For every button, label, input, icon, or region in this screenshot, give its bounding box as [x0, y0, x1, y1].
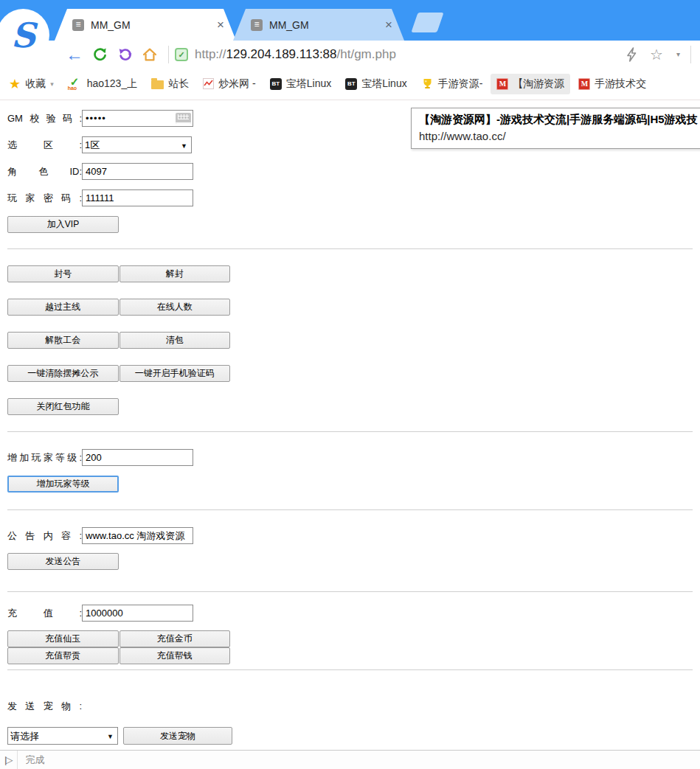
- site-security-shield-icon[interactable]: ✓: [175, 48, 188, 61]
- page-favicon-icon: [251, 19, 263, 31]
- section-divider: [7, 669, 693, 670]
- m-logo-icon: M: [578, 78, 590, 90]
- recharge-gold-button[interactable]: 充值金币: [119, 630, 231, 647]
- add-level-input[interactable]: [82, 449, 193, 466]
- recharge-banggong-button[interactable]: 充值帮贡: [7, 647, 119, 664]
- bt-icon: BT: [345, 78, 357, 90]
- bookmark-label: 手游资源-: [438, 77, 483, 91]
- onekey-row: 一键清除摆摊公示 一键开启手机验证码: [7, 365, 230, 382]
- recharge-label: 充值:: [7, 607, 82, 620]
- undo-dropdown-caret-icon[interactable]: ▾: [128, 51, 132, 58]
- url-host: 129.204.189.113:88: [226, 47, 337, 61]
- unban-button[interactable]: 解封: [119, 265, 231, 282]
- sidebar-toggle-icon[interactable]: |▷: [0, 754, 17, 765]
- zone-label: 选区:: [7, 139, 82, 152]
- bookmark-page-button[interactable]: ☆: [644, 44, 669, 66]
- statusbar-divider: [17, 751, 18, 769]
- url-path: /ht/gm.php: [337, 47, 396, 61]
- recharge-bangqian-button[interactable]: 充值帮钱: [119, 647, 231, 664]
- bookmark-label: 站长: [168, 77, 189, 91]
- clear-stall-notice-button[interactable]: 一键清除摆摊公示: [7, 365, 119, 382]
- tab-title: MM_GM: [269, 19, 384, 31]
- mainline-row: 越过主线 在线人数: [7, 299, 230, 316]
- ban-button[interactable]: 封号: [7, 265, 119, 282]
- join-vip-button[interactable]: 加入VIP: [7, 216, 119, 233]
- bookmark-label: hao123_上: [87, 77, 138, 91]
- gold-star-icon: ★: [9, 77, 21, 91]
- hao123-check-icon: ✓hao: [68, 77, 83, 90]
- address-bar[interactable]: http://129.204.189.113:88/ht/gm.php: [195, 47, 619, 62]
- zone-select-wrap: 1区 ▼: [82, 136, 192, 153]
- page-favicon-icon: [72, 19, 84, 31]
- bookmark-favorites[interactable]: ★ 收藏 ▾: [3, 74, 60, 94]
- enable-phone-verify-button[interactable]: 一键开启手机验证码: [119, 365, 231, 382]
- recharge-xianyu-button[interactable]: 充值仙玉: [7, 630, 119, 647]
- undo-button[interactable]: ▾: [112, 44, 137, 66]
- home-button[interactable]: [137, 44, 162, 66]
- home-icon: [142, 46, 158, 63]
- new-tab-button[interactable]: [411, 13, 443, 32]
- disband-guild-button[interactable]: 解散工会: [7, 332, 119, 349]
- send-pet-row: 请选择 ▼ 发送宠物: [7, 727, 700, 745]
- bookmark-baota-linux-1[interactable]: BT 宝塔Linux: [264, 74, 337, 94]
- bookmark-taoyou-ziyuan[interactable]: M 【淘游资源: [491, 74, 570, 94]
- bookmark-hao123[interactable]: ✓hao hao123_上: [62, 74, 144, 94]
- tab-title: MM_GM: [91, 19, 215, 31]
- bookmark-baota-linux-2[interactable]: BT 宝塔Linux: [339, 74, 412, 94]
- refresh-icon: [92, 46, 108, 62]
- bookmark-chaomi[interactable]: 炒米网 -: [197, 74, 262, 94]
- tab-close-icon[interactable]: ×: [384, 18, 394, 32]
- add-level-button[interactable]: 增加玩家等级: [7, 476, 119, 493]
- bookmark-label: 手游技术交: [595, 77, 646, 91]
- bookmark-tooltip: 【淘游资源网】-游戏技术交流|手游服务端源码|H5游戏技 http://www.…: [411, 108, 700, 149]
- bookmark-zhanzhang[interactable]: 站长: [145, 74, 195, 94]
- send-pet-button[interactable]: 发送宠物: [123, 727, 232, 745]
- tab-mm-gm-active[interactable]: MM_GM ×: [55, 9, 236, 41]
- recharge-row: 充值:: [7, 605, 700, 622]
- close-red-packet-button[interactable]: 关闭红包功能: [7, 398, 119, 415]
- back-button[interactable]: ←: [62, 44, 87, 66]
- lightning-icon: [626, 47, 637, 62]
- keyboard-icon[interactable]: [176, 113, 191, 124]
- bookmark-shouyou-ziyuan[interactable]: 手游资源-: [415, 74, 489, 94]
- bookmark-label: 宝塔Linux: [286, 77, 331, 91]
- star-outline-icon: ☆: [650, 46, 663, 63]
- bookmark-label: 宝塔Linux: [361, 77, 406, 91]
- browser-window: { "browser": { "logo_letter": "S", "tabs…: [0, 0, 700, 769]
- tab-close-icon[interactable]: ×: [215, 18, 226, 32]
- tab-mm-gm-inactive[interactable]: MM_GM ×: [233, 9, 404, 41]
- notice-input[interactable]: [82, 527, 193, 544]
- quick-launch-button[interactable]: [619, 44, 644, 66]
- online-count-button[interactable]: 在线人数: [119, 299, 231, 316]
- toolbar-divider: [690, 46, 691, 63]
- line-chart-icon: [203, 78, 214, 89]
- send-pet-label: 发送宠物:: [7, 700, 82, 713]
- statusbar-text: 完成: [25, 754, 44, 767]
- notice-label: 公告内容:: [7, 529, 82, 543]
- recharge-buttons-row-2: 充值帮贡 充值帮钱: [7, 647, 230, 664]
- notice-row: 公告内容:: [7, 527, 700, 544]
- role-id-row: 角色ID:: [7, 163, 700, 180]
- clear-bag-button[interactable]: 清包: [119, 332, 231, 349]
- zone-select[interactable]: 1区: [83, 137, 191, 153]
- refresh-button[interactable]: [87, 44, 112, 66]
- role-id-input[interactable]: [82, 163, 193, 180]
- player-password-input[interactable]: [82, 189, 193, 206]
- skip-mainline-button[interactable]: 越过主线: [7, 299, 119, 316]
- gm-code-label: GM校验码:: [7, 112, 82, 125]
- bt-icon: BT: [270, 78, 282, 90]
- send-notice-button[interactable]: 发送公告: [7, 553, 119, 570]
- bookmark-label: 【淘游资源: [513, 77, 564, 91]
- chevron-down-icon: ▾: [50, 80, 54, 88]
- ban-row: 封号 解封: [7, 265, 230, 282]
- bookmark-shouyou-jishu[interactable]: M 手游技术交: [572, 74, 652, 94]
- bookmark-label: 收藏: [25, 77, 46, 91]
- browser-statusbar: |▷ 完成: [0, 750, 700, 769]
- section-divider: [7, 431, 693, 432]
- sogou-logo-letter: S: [11, 18, 35, 52]
- pet-select[interactable]: 请选择: [8, 728, 117, 744]
- address-dropdown-caret-icon[interactable]: ▾: [676, 50, 680, 58]
- recharge-input[interactable]: [82, 605, 193, 622]
- toolbar-divider: [168, 46, 169, 63]
- section-divider: [7, 509, 693, 510]
